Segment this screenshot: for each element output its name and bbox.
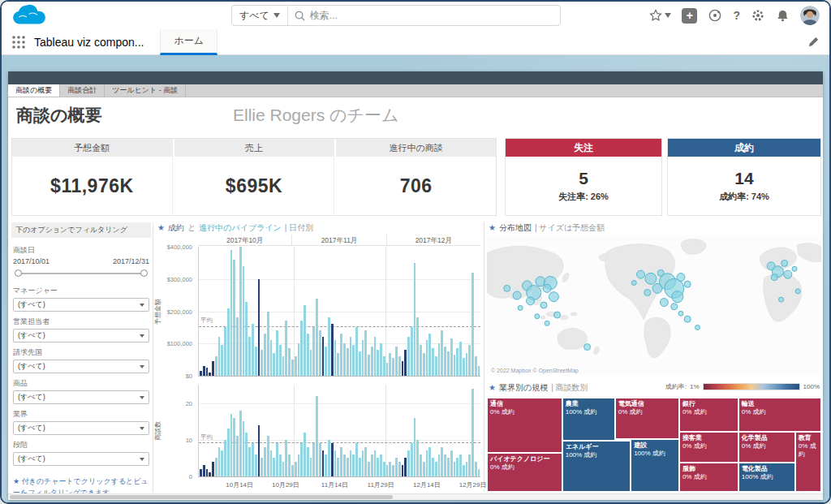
map-bubble[interactable] xyxy=(695,325,700,330)
bar-open[interactable] xyxy=(337,353,339,376)
bar-open[interactable] xyxy=(383,356,385,376)
bar-open[interactable] xyxy=(389,462,391,476)
viz-tab[interactable]: ツールヒント - 商談 xyxy=(105,84,186,97)
bar-open[interactable] xyxy=(475,462,477,476)
bar-open[interactable] xyxy=(245,433,248,476)
notifications-bell-icon[interactable] xyxy=(776,9,790,23)
bar-open[interactable] xyxy=(282,462,285,476)
slider-handle-end[interactable] xyxy=(140,269,148,277)
bar-open[interactable] xyxy=(264,447,266,476)
bar-open[interactable] xyxy=(270,340,273,376)
bar-open[interactable] xyxy=(352,345,355,376)
bar-open[interactable] xyxy=(298,343,300,376)
map-bubble[interactable] xyxy=(545,321,549,325)
bar-open[interactable] xyxy=(224,327,226,376)
filter-dropdown[interactable]: (すべて) xyxy=(13,360,149,373)
treemap-tile[interactable]: 接客業0% 成約 xyxy=(679,432,738,463)
bar-open[interactable] xyxy=(466,462,468,476)
viz-tab[interactable]: 商談の概要 xyxy=(8,84,60,97)
bar-open[interactable] xyxy=(374,450,377,476)
bar-open[interactable] xyxy=(466,353,468,376)
bar-open[interactable] xyxy=(307,447,309,476)
bar-open[interactable] xyxy=(279,345,282,376)
bar-open[interactable] xyxy=(255,454,257,476)
global-actions-button[interactable]: + xyxy=(682,8,697,24)
bar-open[interactable] xyxy=(245,302,248,376)
bar-open[interactable] xyxy=(368,355,370,376)
bar-open[interactable] xyxy=(291,360,294,376)
distribution-map[interactable]: © 2022 Mapbox © OpenStreetMap xyxy=(487,235,821,375)
bar-open[interactable] xyxy=(298,454,300,476)
bar-open[interactable] xyxy=(316,396,318,476)
map-bubble[interactable] xyxy=(644,290,651,296)
bar-open[interactable] xyxy=(215,458,217,476)
bar-open[interactable] xyxy=(456,458,459,476)
bar-open[interactable] xyxy=(435,462,437,476)
map-bubble[interactable] xyxy=(795,289,800,294)
bar-open[interactable] xyxy=(432,458,434,476)
bar-open[interactable] xyxy=(227,429,230,476)
setup-gear-icon[interactable] xyxy=(751,8,765,23)
bar-open[interactable] xyxy=(377,458,379,476)
bar-open[interactable] xyxy=(255,347,257,376)
bar-open[interactable] xyxy=(340,334,342,376)
bar-open[interactable] xyxy=(454,355,456,376)
bar-open[interactable] xyxy=(389,353,391,376)
bar-open[interactable] xyxy=(359,351,361,376)
bar-open[interactable] xyxy=(350,337,352,376)
bar-open[interactable] xyxy=(411,443,413,476)
map-bubble[interactable] xyxy=(672,291,683,303)
bar-open[interactable] xyxy=(364,330,367,376)
bar-open[interactable] xyxy=(478,469,480,476)
bar-open[interactable] xyxy=(347,348,349,376)
bar-open[interactable] xyxy=(252,324,254,376)
bar-open[interactable] xyxy=(319,443,321,476)
bar-open[interactable] xyxy=(386,363,389,376)
bar-open[interactable] xyxy=(347,458,349,476)
bar-open[interactable] xyxy=(420,454,422,476)
bar-open[interactable] xyxy=(380,454,382,476)
filter-dropdown[interactable]: (すべて) xyxy=(13,421,149,435)
map-bubble[interactable] xyxy=(660,299,668,307)
map-bubble[interactable] xyxy=(671,304,678,310)
bar-won[interactable] xyxy=(212,462,214,476)
bar-open[interactable] xyxy=(475,356,477,376)
favorites-button[interactable] xyxy=(649,9,671,22)
treemap-tile[interactable]: 通信0% 成約 xyxy=(487,398,562,453)
bar-open[interactable] xyxy=(468,345,471,376)
bar-open[interactable] xyxy=(471,273,474,376)
bar-open[interactable] xyxy=(304,433,306,476)
bar-open[interactable] xyxy=(307,334,309,376)
bar-open[interactable] xyxy=(221,345,223,376)
guidance-center-icon[interactable] xyxy=(708,8,722,23)
treemap-tile[interactable]: 電気通信0% 成約 xyxy=(615,398,679,439)
bar-open[interactable] xyxy=(414,418,416,476)
bar-won[interactable] xyxy=(206,368,209,376)
bar-open[interactable] xyxy=(276,443,278,476)
bar-open[interactable] xyxy=(221,450,223,476)
bar-open[interactable] xyxy=(392,465,394,476)
bar-open[interactable] xyxy=(260,350,263,376)
bar-open[interactable] xyxy=(239,247,242,376)
bar-open[interactable] xyxy=(371,347,373,376)
treemap-tile[interactable]: 農業100% 成約 xyxy=(562,398,615,441)
bar-open[interactable] xyxy=(414,263,416,376)
bar-open[interactable] xyxy=(364,447,367,476)
bar-open[interactable] xyxy=(337,458,339,476)
bar-open[interactable] xyxy=(438,454,441,476)
map-bubble[interactable] xyxy=(678,311,683,316)
search-scope-dropdown[interactable]: すべて xyxy=(232,6,288,25)
bar-open[interactable] xyxy=(243,266,245,376)
bar-open[interactable] xyxy=(312,443,315,476)
bar-open[interactable] xyxy=(215,356,217,376)
map-bubble[interactable] xyxy=(543,284,551,292)
map-bubble[interactable] xyxy=(554,312,561,318)
bar-open[interactable] xyxy=(426,450,428,476)
bar-open[interactable] xyxy=(248,447,251,476)
slider-handle-start[interactable] xyxy=(15,269,22,277)
treemap-tile[interactable]: 銀行0% 成約 xyxy=(679,398,738,432)
treemap-tile[interactable]: 化学製品0% 成約 xyxy=(738,432,795,463)
bar-open[interactable] xyxy=(463,465,465,476)
bar-open[interactable] xyxy=(343,454,346,476)
bar-open[interactable] xyxy=(395,347,398,376)
